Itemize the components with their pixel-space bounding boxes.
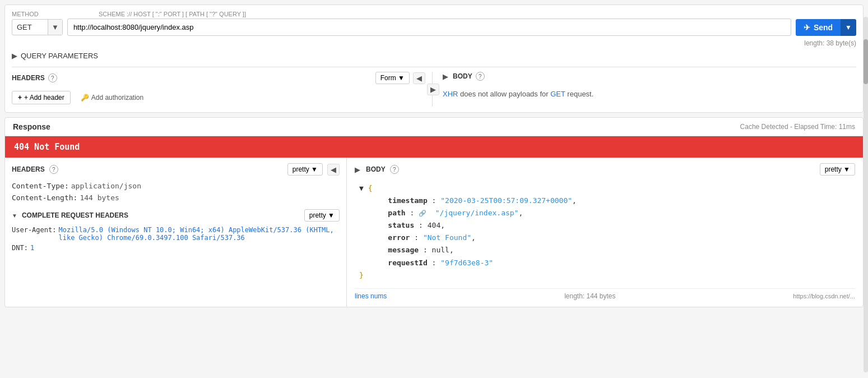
complete-request-headers-section: ▼ COMPLETE REQUEST HEADERS pretty ▼ User… [12,209,340,252]
response-body-title: BODY [366,165,386,173]
request-headers-section: HEADERS ? Form ▼ ◀ + + Add header 🔑 Add … [12,72,433,107]
send-label: Send [814,23,833,32]
response-body-section: ▶ BODY ? pretty ▼ ▼ { timestamp : "2020 [347,158,863,307]
response-body-expand-arrow[interactable]: ▶ [355,165,360,174]
json-timestamp-line: timestamp : "2020-03-25T00:57:09.327+000… [370,196,577,205]
method-dropdown-arrow[interactable]: ▼ [48,20,62,35]
json-requestid-line: requestId : "9f7d63e8-3" [370,259,493,267]
headers-help-icon[interactable]: ? [48,73,57,82]
content-length-row: Content-Length: 144 bytes [12,192,340,204]
json-message-line: message : null, [370,246,454,254]
method-select-wrap: GET POST PUT DELETE PATCH ▼ [12,19,63,35]
xhr-link[interactable]: XHR [443,90,458,98]
response-headers-help-icon[interactable]: ? [49,165,58,174]
response-headers-title: HEADERS [12,165,45,173]
json-error-line: error : "Not Found", [370,233,476,242]
body-message-end: request. [567,90,593,98]
get-link[interactable]: GET [550,90,565,98]
body-title: BODY [453,72,472,80]
response-panel: Response Cache Detected - Elapsed Time: … [4,117,864,307]
response-body-title-row: ▶ BODY ? pretty ▼ [355,163,855,176]
body-pretty-arrow: ▼ [843,165,850,173]
complete-pretty-label: pretty [309,211,326,219]
response-body-help-icon[interactable]: ? [390,165,399,174]
complete-headers-label: COMPLETE REQUEST HEADERS [22,211,128,219]
complete-pretty-arrow: ▼ [328,211,335,219]
pretty-label-headers: pretty [293,165,309,173]
complete-headers-arrow: ▼ [12,213,17,219]
complete-headers-pretty-btn[interactable]: pretty ▼ [304,209,340,222]
dnt-value: 1 [30,244,34,252]
complete-headers-toggle[interactable]: ▼ COMPLETE REQUEST HEADERS pretty ▼ [12,209,340,222]
user-agent-value: Mozilla/5.0 (Windows NT 10.0; Win64; x64… [58,226,340,242]
content-type-value: application/json [71,182,141,190]
content-type-key: Content-Type: [12,182,69,190]
scheme-label: SCHEME :// HOST [ ":" PORT ] [ PATH [ "?… [99,11,856,17]
headers-title: HEADERS [12,74,45,82]
cache-info: Cache Detected - Elapsed Time: 11ms [740,123,855,131]
lines-nums-button[interactable]: lines nums [355,292,387,300]
response-body-pretty-btn[interactable]: pretty ▼ [820,163,855,176]
user-agent-label: User-Agent: [12,226,56,242]
user-agent-row: User-Agent: Mozilla/5.0 (Windows NT 10.0… [12,226,340,242]
dnt-label: DNT: [12,244,28,252]
json-open-brace: { [368,184,373,192]
form-arrow-icon: ▼ [398,74,405,82]
response-headers-pretty-btn[interactable]: pretty ▼ [287,163,323,176]
send-icon: ✈ [804,23,810,32]
header-action-row: + + Add header 🔑 Add authorization [12,89,425,107]
complete-headers-content: User-Agent: Mozilla/5.0 (Windows NT 10.0… [12,226,340,252]
json-body: ▼ { timestamp : "2020-03-25T00:57:09.327… [355,180,855,284]
body-pretty-label: pretty [825,165,842,173]
query-params-arrow: ▶ [12,52,17,60]
response-headers-collapse-btn[interactable]: ◀ [327,164,340,176]
json-status-line: status : 404, [370,221,445,229]
headers-collapse-button[interactable]: ◀ [413,72,425,84]
json-collapse-arrow[interactable]: ▼ [359,184,364,192]
body-footer: lines nums length: 144 bytes https://blo… [355,288,855,301]
response-title: Response [13,122,50,131]
form-label: Form [380,74,396,82]
add-header-label: + Add header [24,94,64,102]
path-external-link-icon[interactable]: 🔗 [419,210,426,217]
json-close-brace: } [359,271,364,279]
body-message-text: does not allow payloads for [460,90,550,98]
content-length-key: Content-Length: [12,193,77,202]
body-length: length: 144 bytes [564,292,615,300]
query-params-label: QUERY PARAMETERS [21,52,98,60]
form-dropdown-button[interactable]: Form ▼ [375,72,410,84]
status-text: 404 Not Found [14,142,80,152]
url-input[interactable] [67,19,791,36]
add-header-plus-icon: + [18,94,22,102]
dnt-row: DNT: 1 [12,244,340,252]
response-headers-title-row: HEADERS ? pretty ▼ ◀ [12,163,340,176]
content-length-value: 144 bytes [80,193,119,202]
method-label: METHOD [12,11,99,17]
add-authorization-button[interactable]: 🔑 Add authorization [77,91,147,104]
query-params-toggle[interactable]: ▶ QUERY PARAMETERS [12,49,856,62]
add-auth-label: Add authorization [91,94,143,102]
csdn-link[interactable]: https://blog.csdn.net/... [793,293,855,299]
send-button-group: ✈ Send ▼ [796,19,856,36]
content-type-row: Content-Type: application/json [12,180,340,192]
send-dropdown-button[interactable]: ▼ [841,19,856,36]
json-path-line: path : 🔗 "/jquery/index.asp", [370,209,523,217]
url-length-info: length: 38 byte(s) [12,39,856,47]
response-headers-section: HEADERS ? pretty ▼ ◀ Content-Type: appli… [5,158,347,307]
method-select[interactable]: GET POST PUT DELETE PATCH [12,20,48,35]
request-body-section: ▶ BODY ? XHR does not allow payloads for… [434,72,856,107]
body-expand-arrow[interactable]: ▶ [443,72,448,81]
divider-1 [12,67,856,67]
lock-icon: 🔑 [81,94,89,102]
add-header-button[interactable]: + + Add header [12,91,71,104]
response-status-bar: 404 Not Found [5,136,863,158]
response-header-bar: Response Cache Detected - Elapsed Time: … [5,118,863,136]
pretty-arrow-headers: ▼ [311,165,318,173]
body-message: XHR does not allow payloads for GET requ… [443,85,856,103]
send-button[interactable]: ✈ Send [796,19,841,36]
response-content: HEADERS ? pretty ▼ ◀ Content-Type: appli… [5,158,863,307]
body-help-icon[interactable]: ? [476,72,485,81]
